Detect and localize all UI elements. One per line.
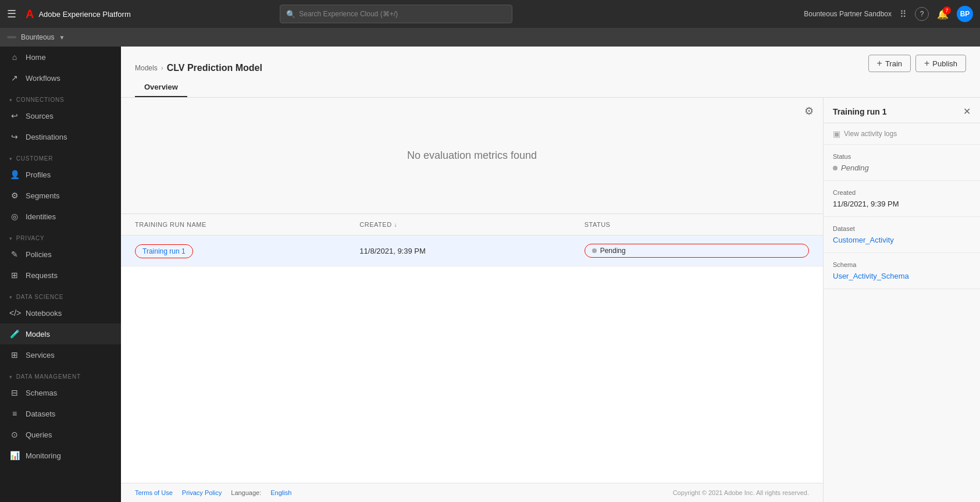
panel-schema-link[interactable]: User_Activity_Schema (833, 272, 971, 280)
training-run-link[interactable]: Training run 1 (135, 244, 193, 258)
sidebar-item-monitoring[interactable]: 📊 Monitoring (0, 445, 121, 466)
home-icon: ⌂ (9, 52, 20, 62)
terms-link[interactable]: Terms of Use (135, 489, 173, 496)
requests-icon: ⊞ (9, 270, 20, 280)
segments-icon: ⚙ (9, 191, 20, 200)
privacy-collapse-icon[interactable]: ▾ (9, 236, 13, 241)
customer-collapse-icon[interactable]: ▾ (9, 156, 13, 162)
sidebar-item-queries[interactable]: ⊙ Queries (0, 424, 121, 445)
privacy-section: ▾ PRIVACY (0, 227, 121, 244)
topbar-right: Bounteous Partner Sandbox ⠿ ? 🔔 7 BP (804, 6, 973, 22)
panel-status-section: Status Pending (824, 145, 980, 181)
sidebar-monitoring-label: Monitoring (26, 451, 61, 460)
header-actions: + Train + Publish (868, 55, 966, 78)
sidebar-item-profiles[interactable]: 👤 Profiles (0, 164, 121, 185)
sidebar-item-identities[interactable]: ◎ Identities (0, 206, 121, 227)
train-button[interactable]: + Train (868, 55, 911, 72)
table-cell-status: Pending (585, 244, 809, 258)
search-icon: 🔍 (286, 10, 295, 19)
breadcrumb-parent[interactable]: Models (135, 64, 158, 72)
table-header: TRAINING RUN NAME CREATED ↓ STATUS (121, 214, 823, 236)
privacy-link[interactable]: Privacy Policy (182, 489, 222, 496)
data-management-collapse-icon[interactable]: ▾ (9, 374, 13, 380)
sidebar-destinations-label: Destinations (26, 133, 67, 141)
connections-collapse-icon[interactable]: ▾ (9, 97, 13, 103)
train-button-label: Train (885, 59, 902, 68)
panel-status-label: Status (833, 153, 971, 160)
connections-section: ▾ CONNECTIONS (0, 88, 121, 105)
sidebar-item-destinations[interactable]: ↪ Destinations (0, 126, 121, 147)
right-panel-title: Training run 1 (833, 107, 887, 116)
sidebar-schemas-label: Schemas (26, 389, 57, 397)
sidebar-item-sources[interactable]: ↩ Sources (0, 105, 121, 126)
panel-schema-label: Schema (833, 261, 971, 268)
destinations-icon: ↪ (9, 132, 20, 141)
breadcrumb-current: CLV Prediction Model (167, 63, 262, 73)
close-button[interactable]: ✕ (963, 106, 971, 117)
language-link[interactable]: English (270, 489, 291, 496)
page-tabs: Overview (135, 78, 966, 97)
table-area: TRAINING RUN NAME CREATED ↓ STATUS Train… (121, 214, 823, 483)
footer: Terms of Use Privacy Policy Language: En… (121, 483, 823, 502)
connections-label: CONNECTIONS (16, 97, 65, 103)
sidebar-item-schemas[interactable]: ⊟ Schemas (0, 382, 121, 403)
language-label: Language: (231, 489, 261, 496)
sidebar-item-workflows[interactable]: ↗ Workflows (0, 67, 121, 88)
panel-dataset-link[interactable]: Customer_Activity (833, 236, 971, 244)
notifications-icon[interactable]: 🔔 7 (937, 9, 949, 20)
search-bar[interactable]: 🔍 (280, 5, 512, 23)
sidebar-item-home[interactable]: ⌂ Home (0, 47, 121, 67)
sidebar-notebooks-label: Notebooks (26, 309, 62, 318)
help-icon[interactable]: ? (915, 7, 929, 21)
sidebar: ⌂ Home ↗ Workflows ▾ CONNECTIONS ↩ Sourc… (0, 47, 121, 502)
panel-status-value: Pending (833, 163, 971, 172)
metrics-area: No evaluation metrics found ⚙ (121, 98, 823, 214)
data-science-collapse-icon[interactable]: ▾ (9, 294, 13, 300)
sidebar-item-segments[interactable]: ⚙ Segments (0, 185, 121, 206)
sidebar-item-notebooks[interactable]: </> Notebooks (0, 302, 121, 323)
publish-plus-icon: + (924, 58, 929, 69)
view-activity-logs[interactable]: ▣ View activity logs (824, 123, 980, 145)
sidebar-requests-label: Requests (26, 271, 58, 280)
publish-button-label: Publish (932, 59, 957, 68)
panel-created-section: Created 11/8/2021, 9:39 PM (824, 181, 980, 217)
sidebar-item-requests[interactable]: ⊞ Requests (0, 265, 121, 286)
data-management-label: DATA MANAGEMENT (16, 373, 81, 380)
table-cell-name: Training run 1 (135, 247, 359, 255)
customer-label: CUSTOMER (16, 155, 53, 162)
created-date: 11/8/2021, 9:39 PM (359, 247, 425, 255)
content-area: Models › CLV Prediction Model + Train + … (121, 47, 980, 502)
app-name: Adobe Experience Platform (38, 10, 130, 19)
privacy-label: PRIVACY (16, 235, 45, 241)
notebooks-icon: </> (9, 308, 20, 318)
right-panel-header: Training run 1 ✕ (824, 98, 980, 123)
col-header-created[interactable]: CREATED ↓ (359, 221, 584, 228)
org-name-text: Bounteous (21, 33, 54, 41)
page-header: Models › CLV Prediction Model + Train + … (121, 47, 980, 98)
org-chevron-icon[interactable]: ▼ (59, 34, 65, 41)
sidebar-services-label: Services (26, 351, 55, 359)
menu-icon[interactable]: ☰ (7, 8, 16, 20)
sidebar-home-label: Home (26, 53, 46, 62)
status-pending-dot-icon (833, 166, 838, 170)
metrics-empty-message: No evaluation metrics found (407, 149, 537, 162)
table-row[interactable]: Training run 1 11/8/2021, 9:39 PM Pendin… (121, 236, 823, 266)
filter-icon[interactable]: ⚙ (804, 105, 814, 118)
org-switcher-bar: Bounteous ▼ (0, 28, 980, 47)
sidebar-item-datasets[interactable]: ≡ Datasets (0, 403, 121, 424)
sidebar-item-policies[interactable]: ✎ Policies (0, 244, 121, 265)
publish-button[interactable]: + Publish (915, 55, 966, 72)
user-avatar[interactable]: BP (957, 6, 973, 22)
models-icon: 🧪 (9, 329, 20, 339)
sidebar-models-label: Models (26, 330, 50, 339)
notification-badge: 7 (943, 6, 951, 15)
search-input[interactable] (299, 10, 506, 18)
grid-icon[interactable]: ⠿ (900, 9, 907, 20)
sidebar-item-services[interactable]: ⊞ Services (0, 344, 121, 365)
tab-overview[interactable]: Overview (135, 78, 187, 97)
sidebar-item-models[interactable]: 🧪 Models (0, 323, 121, 344)
copyright: Copyright © 2021 Adobe Inc. All rights r… (673, 489, 809, 496)
sidebar-queries-label: Queries (26, 430, 52, 439)
app-logo: A Adobe Experience Platform (26, 8, 131, 21)
sidebar-profiles-label: Profiles (26, 170, 51, 179)
